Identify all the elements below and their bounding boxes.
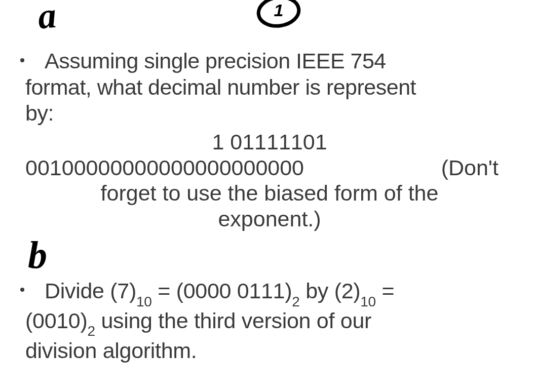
bullet-icon <box>20 288 24 292</box>
qa-line2: format, what decimal number is represent <box>25 75 416 99</box>
qa-line3: by: <box>25 101 54 125</box>
handwritten-annotation-b: b <box>28 233 47 277</box>
qb-sub2: 2 <box>292 294 299 309</box>
handwritten-annotation-a: a <box>36 0 58 37</box>
qa-binary1: 1 01111101 <box>25 130 514 154</box>
qa-note-line2: forget to use the biased form of the <box>25 180 514 207</box>
qb-line3: division algorithm. <box>25 338 197 363</box>
question-a-block: Assuming single precision IEEE 754 forma… <box>25 48 514 232</box>
question-a-text: Assuming single precision IEEE 754 forma… <box>25 48 514 127</box>
qb-line2-start: (0010) <box>25 308 88 333</box>
qb-line2-rest: using the third version of our <box>95 308 371 333</box>
question-b-text: Divide (7)10 = (0000 0111)2 by (2)10 = (… <box>25 278 514 364</box>
qb-mid1: = (0000 0111) <box>152 279 292 303</box>
qa-binary-note-line: 00100000000000000000000 (Don't <box>25 155 514 180</box>
qa-binary2: 00100000000000000000000 <box>25 155 304 180</box>
qa-line1: Assuming single precision IEEE 754 <box>25 49 386 73</box>
qb-mid3: = <box>376 279 394 303</box>
qb-prefix: Divide (7) <box>25 279 136 303</box>
page-container: a 1 Assuming single precision IEEE 754 f… <box>0 0 534 392</box>
handwritten-circle-icon: 1 <box>253 0 304 29</box>
question-b-block: Divide (7)10 = (0000 0111)2 by (2)10 = (… <box>25 278 514 364</box>
bullet-icon <box>20 58 24 62</box>
qb-sub3: 10 <box>360 294 376 309</box>
svg-text:1: 1 <box>274 1 284 20</box>
qa-note-line3: exponent.) <box>25 206 514 232</box>
qb-sub1: 10 <box>136 294 152 309</box>
qa-note-part1: (Don't <box>441 155 499 180</box>
qb-mid2: by (2) <box>300 279 361 303</box>
qb-sub4: 2 <box>88 323 95 339</box>
